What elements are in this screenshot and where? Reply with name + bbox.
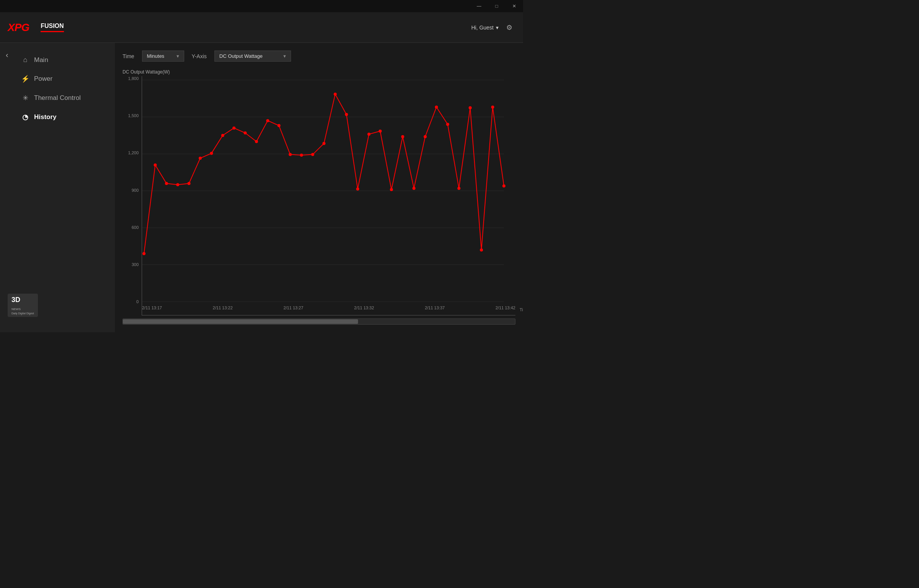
header-right: Hi, Guest ▾ ⚙ <box>471 21 515 34</box>
time-dropdown-value: Minutes <box>147 53 165 59</box>
svg-point-38 <box>491 106 494 109</box>
y-tick: 300 <box>123 262 139 267</box>
svg-point-10 <box>176 183 179 186</box>
controls-row: Time Minutes ▾ Y-Axis DC Output Wattage … <box>123 51 515 62</box>
svg-point-18 <box>266 119 269 122</box>
sidebar-item-label: Power <box>34 75 52 83</box>
thermal-icon: ✳ <box>21 94 29 102</box>
svg-point-39 <box>502 185 505 188</box>
y-tick: 1,800 <box>123 76 139 81</box>
sidebar-item-label: Thermal Control <box>34 94 81 102</box>
scrollbar-track[interactable] <box>123 318 515 325</box>
y-tick: 900 <box>123 188 139 193</box>
header: XPG FUSION Hi, Guest ▾ ⚙ <box>0 12 523 43</box>
nav-tab-label: FUSION <box>41 23 64 31</box>
history-icon: ◔ <box>21 113 29 121</box>
svg-point-9 <box>165 182 168 185</box>
nav-tab-fusion[interactable]: FUSION <box>41 23 64 32</box>
svg-point-36 <box>469 106 472 109</box>
close-button[interactable]: ✕ <box>505 0 523 12</box>
time-label: Time <box>123 53 134 59</box>
sidebar-item-thermal[interactable]: ✳ Thermal Control <box>0 88 115 108</box>
x-tick: 2/11 13:27 <box>283 305 303 310</box>
x-tick: 2/11 13:32 <box>354 305 374 310</box>
svg-point-33 <box>435 106 438 109</box>
x-tick: 2/11 13:22 <box>213 305 233 310</box>
yaxis-dropdown-value: DC Output Wattage <box>219 53 263 59</box>
svg-point-23 <box>322 142 325 145</box>
time-dropdown-arrow: ▾ <box>177 53 179 59</box>
svg-point-13 <box>210 152 213 155</box>
svg-point-20 <box>289 153 292 156</box>
chart-inner: 03006009001,2001,5001,800 2/11 13:172/11… <box>123 76 515 315</box>
time-dropdown[interactable]: Minutes ▾ <box>142 51 184 62</box>
minimize-button[interactable]: — <box>470 0 488 12</box>
logo: XPG <box>8 21 29 34</box>
svg-point-7 <box>142 252 146 255</box>
svg-point-28 <box>379 129 382 132</box>
titlebar: — □ ✕ <box>0 0 523 12</box>
sidebar-item-main[interactable]: ⌂ Main <box>0 51 115 69</box>
x-axis: 2/11 13:172/11 13:222/11 13:272/11 13:32… <box>142 304 515 315</box>
svg-point-11 <box>188 182 191 185</box>
sidebar-footer: 3DNEWS Daily Digital Digest <box>0 286 115 325</box>
nav-tab-underline <box>41 31 64 32</box>
sidebar-item-history[interactable]: ◔ History <box>0 108 115 127</box>
y-tick: 1,500 <box>123 113 139 118</box>
x-axis-label: Time <box>520 307 523 312</box>
settings-button[interactable]: ⚙ <box>503 21 515 34</box>
main-content: Time Minutes ▾ Y-Axis DC Output Wattage … <box>115 43 523 332</box>
svg-point-31 <box>412 187 415 190</box>
y-tick: 1,200 <box>123 150 139 155</box>
sidebar-item-label: Main <box>34 56 48 64</box>
svg-point-22 <box>311 153 314 156</box>
sidebar-item-label: History <box>34 113 57 121</box>
power-icon: ⚡ <box>21 75 29 83</box>
x-tick: 2/11 13:42 <box>495 305 515 310</box>
svg-point-21 <box>300 154 303 157</box>
yaxis-dropdown[interactable]: DC Output Wattage ▾ <box>214 51 291 62</box>
logo-text: XPG <box>8 21 29 34</box>
svg-point-34 <box>446 123 449 126</box>
svg-point-27 <box>368 133 371 136</box>
svg-point-29 <box>390 188 393 191</box>
svg-point-17 <box>255 140 258 143</box>
svg-point-15 <box>232 126 235 129</box>
svg-point-37 <box>480 248 483 252</box>
footer-logo: 3DNEWS Daily Digital Digest <box>8 294 38 317</box>
y-tick: 600 <box>123 225 139 230</box>
x-tick: 2/11 13:37 <box>425 305 445 310</box>
home-icon: ⌂ <box>21 56 29 64</box>
window-controls: — □ ✕ <box>470 0 523 12</box>
greeting-text: Hi, Guest <box>471 24 494 31</box>
svg-point-35 <box>458 187 461 190</box>
svg-point-30 <box>401 135 404 138</box>
greeting: Hi, Guest ▾ <box>471 24 499 31</box>
svg-point-19 <box>278 124 281 127</box>
sidebar: ‹ ⌂ Main ⚡ Power ✳ Thermal Control ◔ His… <box>0 43 115 332</box>
chart-y-axis-label: DC Output Wattage(W) <box>123 69 515 75</box>
svg-point-32 <box>424 135 427 138</box>
greeting-arrow[interactable]: ▾ <box>496 24 499 31</box>
svg-point-14 <box>221 134 224 137</box>
chart-plot: 2/11 13:172/11 13:222/11 13:272/11 13:32… <box>142 76 515 315</box>
footer-logo-sub: Daily Digital Digest <box>11 312 34 315</box>
layout: ‹ ⌂ Main ⚡ Power ✳ Thermal Control ◔ His… <box>0 43 523 332</box>
scrollbar-thumb[interactable] <box>123 319 358 324</box>
svg-point-8 <box>154 163 157 167</box>
sidebar-item-power[interactable]: ⚡ Power <box>0 69 115 88</box>
svg-point-26 <box>356 188 359 191</box>
y-axis: 03006009001,2001,5001,800 <box>123 76 142 315</box>
svg-point-16 <box>244 131 247 134</box>
yaxis-dropdown-arrow: ▾ <box>283 53 286 59</box>
chart-svg <box>142 76 515 304</box>
y-tick: 0 <box>123 299 139 304</box>
svg-point-25 <box>345 113 348 116</box>
yaxis-label: Y-Axis <box>192 53 207 59</box>
footer-logo-top: 3DNEWS <box>11 296 21 312</box>
svg-point-12 <box>199 157 202 160</box>
chart-container: DC Output Wattage(W) 03006009001,2001,50… <box>123 69 515 325</box>
svg-point-24 <box>334 93 337 96</box>
maximize-button[interactable]: □ <box>488 0 505 12</box>
x-tick: 2/11 13:17 <box>142 305 162 310</box>
